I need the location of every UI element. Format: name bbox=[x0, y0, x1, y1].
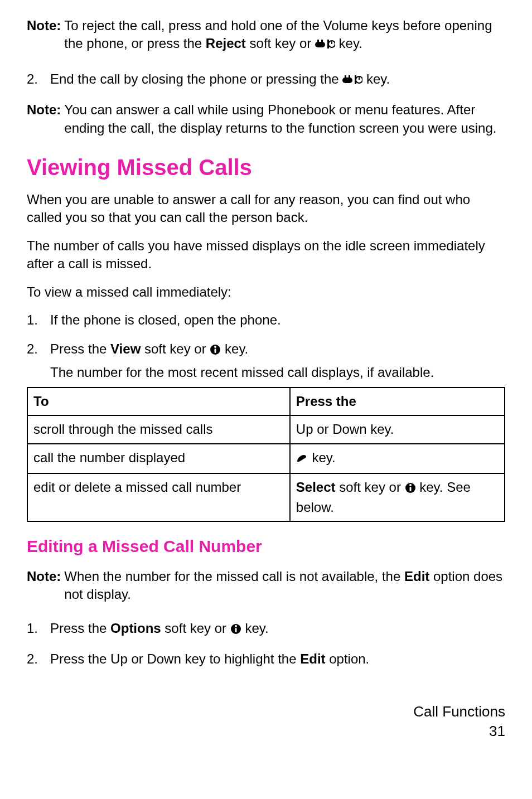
step-number: 1. bbox=[27, 311, 50, 329]
note-text-part: When the number for the missed call is n… bbox=[64, 569, 404, 584]
edit-step-2: 2. Press the Up or Down key to highlight… bbox=[27, 650, 505, 668]
edit-option-name: Edit bbox=[404, 569, 429, 584]
footer-section: Call Functions bbox=[27, 702, 505, 721]
end-key-icon bbox=[342, 72, 362, 90]
note-label: Note: bbox=[27, 101, 61, 137]
step-text-part2: soft key or bbox=[161, 621, 230, 636]
view-softkey-name: View bbox=[110, 341, 141, 356]
table-row: call the number displayed key. bbox=[27, 444, 505, 473]
step-text-part2: key. bbox=[362, 71, 390, 86]
end-key-icon bbox=[315, 36, 335, 54]
para-intro-1: When you are unable to answer a call for… bbox=[27, 191, 505, 227]
para-intro-2: The number of calls you have missed disp… bbox=[27, 237, 505, 273]
info-key-icon bbox=[210, 342, 221, 360]
cell-press-mid: soft key or bbox=[336, 480, 405, 495]
note-text: You can answer a call while using Phoneb… bbox=[64, 101, 505, 137]
heading-editing-missed-number: Editing a Missed Call Number bbox=[27, 536, 505, 556]
table-head-press: Press the bbox=[290, 388, 505, 415]
cell-press: Select soft key or key. See below. bbox=[290, 473, 505, 521]
table-head-to: To bbox=[27, 388, 290, 415]
step-text: Press the View soft key or key. bbox=[50, 340, 505, 360]
step-text: Press the Options soft key or key. bbox=[50, 619, 505, 639]
note-edit-option: Note: When the number for the missed cal… bbox=[27, 568, 505, 604]
edit-option-name: Edit bbox=[300, 651, 325, 666]
step-number: 2. bbox=[27, 340, 50, 360]
step-text-part3: key. bbox=[241, 621, 269, 636]
cell-press-text: key. bbox=[308, 450, 336, 465]
reject-softkey-name: Reject bbox=[206, 36, 246, 51]
cell-press: Up or Down key. bbox=[290, 415, 505, 443]
step-end-call: 2. End the call by closing the phone or … bbox=[27, 70, 505, 90]
step-number: 2. bbox=[27, 650, 50, 668]
options-softkey-name: Options bbox=[110, 621, 161, 636]
step-number: 2. bbox=[27, 70, 50, 90]
para-intro-3: To view a missed call immediately: bbox=[27, 283, 505, 301]
note-label: Note: bbox=[27, 568, 61, 604]
table-row: scroll through the missed calls Up or Do… bbox=[27, 415, 505, 443]
step-open-phone: 1. If the phone is closed, open the phon… bbox=[27, 311, 505, 329]
step-text-part: Press the bbox=[50, 341, 110, 356]
step-2-sub: The number for the most recent missed ca… bbox=[50, 364, 505, 381]
step-text-part2: option. bbox=[326, 651, 370, 666]
step-text-part3: key. bbox=[221, 341, 248, 356]
step-text-part: End the call by closing the phone or pre… bbox=[50, 71, 342, 86]
step-text-part2: soft key or bbox=[141, 341, 210, 356]
note-answer-during: Note: You can answer a call while using … bbox=[27, 101, 505, 137]
note-reject: Note: To reject the call, press and hold… bbox=[27, 17, 505, 55]
edit-step-1: 1. Press the Options soft key or key. bbox=[27, 619, 505, 639]
step-text-part: Press the Up or Down key to highlight th… bbox=[50, 651, 300, 666]
select-softkey-name: Select bbox=[296, 480, 336, 495]
cell-press: key. bbox=[290, 444, 505, 473]
note-text-part2: soft key or bbox=[246, 36, 315, 51]
page-footer: Call Functions 31 bbox=[27, 702, 505, 741]
missed-call-actions-table: To Press the scroll through the missed c… bbox=[27, 387, 505, 522]
note-text: When the number for the missed call is n… bbox=[64, 568, 505, 604]
info-key-icon bbox=[405, 480, 416, 498]
note-text-part3: key. bbox=[335, 36, 362, 51]
heading-viewing-missed-calls: Viewing Missed Calls bbox=[27, 154, 505, 181]
cell-to: call the number displayed bbox=[27, 444, 290, 473]
info-key-icon bbox=[230, 621, 241, 639]
step-text: Press the Up or Down key to highlight th… bbox=[50, 650, 505, 668]
step-text: End the call by closing the phone or pre… bbox=[50, 70, 505, 90]
table-row: edit or delete a missed call number Sele… bbox=[27, 473, 505, 521]
send-key-icon bbox=[296, 451, 308, 468]
step-text-part: Press the bbox=[50, 621, 110, 636]
cell-to: scroll through the missed calls bbox=[27, 415, 290, 443]
step-text: If the phone is closed, open the phone. bbox=[50, 311, 505, 329]
cell-to: edit or delete a missed call number bbox=[27, 473, 290, 521]
step-number: 1. bbox=[27, 619, 50, 639]
step-press-view: 2. Press the View soft key or key. bbox=[27, 340, 505, 360]
note-label: Note: bbox=[27, 17, 61, 55]
note-text: To reject the call, press and hold one o… bbox=[64, 17, 505, 55]
footer-page-number: 31 bbox=[27, 721, 505, 741]
